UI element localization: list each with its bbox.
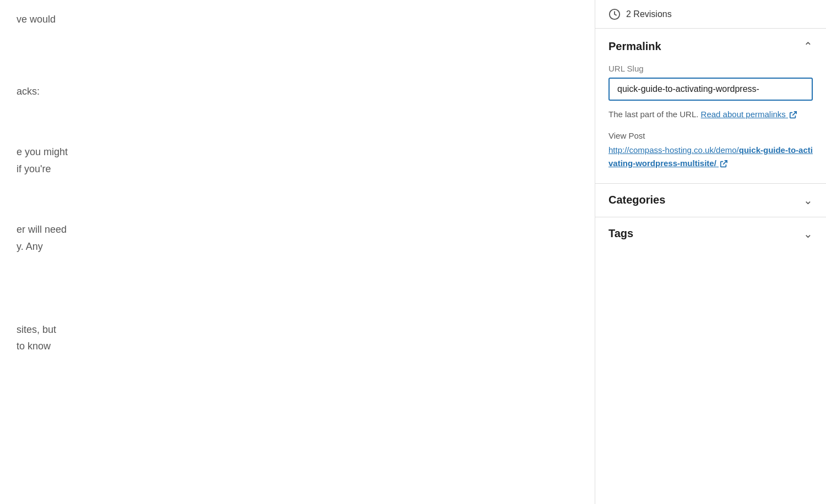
content-paragraph-3: e you mightif you're bbox=[17, 144, 578, 177]
view-post-url-plain: http://compass-hosting.co.uk/demo/ bbox=[608, 145, 739, 155]
view-post-external-icon bbox=[720, 160, 727, 168]
svg-line-2 bbox=[723, 160, 727, 164]
tags-section: Tags ⌄ bbox=[595, 217, 826, 250]
url-help-text: The last part of the URL. Read about per… bbox=[608, 108, 813, 121]
permalink-title: Permalink bbox=[608, 40, 661, 53]
revisions-row[interactable]: 2 Revisions bbox=[595, 0, 826, 29]
clock-icon bbox=[608, 8, 621, 20]
url-slug-label: URL Slug bbox=[608, 64, 813, 73]
view-post-link[interactable]: http://compass-hosting.co.uk/demo/quick-… bbox=[608, 145, 813, 168]
categories-section: Categories ⌄ bbox=[595, 184, 826, 217]
tags-section-header[interactable]: Tags ⌄ bbox=[608, 227, 813, 240]
content-paragraph-4: er will needy. Any bbox=[17, 221, 578, 255]
content-paragraph-1: ve would bbox=[17, 11, 578, 28]
revisions-label: 2 Revisions bbox=[626, 9, 672, 19]
url-slug-input[interactable] bbox=[608, 78, 813, 101]
categories-title: Categories bbox=[608, 194, 665, 206]
permalink-section: Permalink ⌃ URL Slug The last part of th… bbox=[595, 29, 826, 184]
permalink-section-header[interactable]: Permalink ⌃ bbox=[608, 40, 813, 53]
content-paragraph-5: sites, butto know bbox=[17, 321, 578, 355]
tags-title: Tags bbox=[608, 227, 633, 240]
view-post-label: View Post bbox=[608, 131, 813, 140]
sidebar-panel: 2 Revisions Permalink ⌃ URL Slug The las… bbox=[595, 0, 826, 504]
read-about-permalinks-link[interactable]: Read about permalinks bbox=[701, 109, 797, 119]
permalink-chevron-up-icon: ⌃ bbox=[803, 40, 813, 53]
categories-chevron-down-icon: ⌄ bbox=[803, 194, 813, 207]
external-link-icon bbox=[789, 111, 797, 119]
categories-section-header[interactable]: Categories ⌄ bbox=[608, 194, 813, 207]
url-help-text-static: The last part of the URL. bbox=[608, 109, 698, 119]
tags-chevron-down-icon: ⌄ bbox=[803, 227, 813, 240]
content-paragraph-2: acks: bbox=[17, 83, 578, 100]
main-content-area: ve would acks: e you mightif you're er w… bbox=[0, 0, 595, 504]
svg-line-1 bbox=[792, 112, 796, 116]
